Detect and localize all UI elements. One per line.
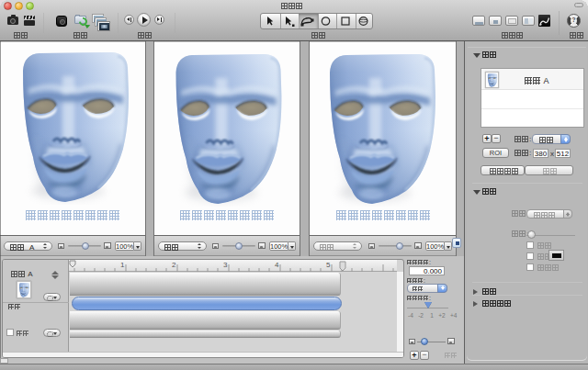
svg-text:2: 2 (172, 261, 176, 269)
svg-text:4: 4 (275, 261, 279, 269)
svg-text:1: 1 (120, 261, 125, 269)
svg-text:5: 5 (326, 261, 331, 269)
svg-text:3: 3 (223, 261, 228, 269)
